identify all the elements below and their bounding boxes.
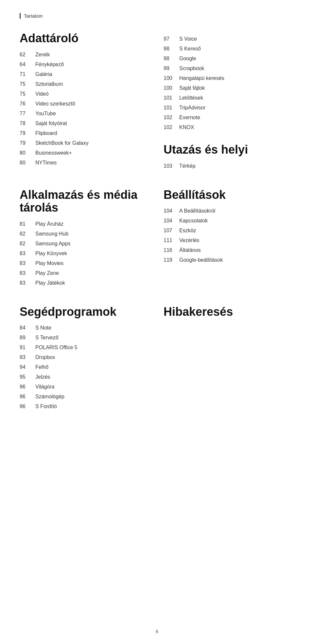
toc-label: Hangalapú keresés (179, 74, 224, 82)
hibakeresés-section: Hibakeresés (164, 305, 294, 413)
toc-label: Samsung Apps (35, 240, 71, 248)
list-item: 100 Hangalapú keresés (164, 74, 294, 82)
toc-label: Google-beállítások (179, 256, 223, 264)
beallitasok-list: 104 A Beállításokról 104 Kapcsolatok 107… (164, 207, 294, 264)
list-item: 102 Evernote (164, 114, 294, 122)
toc-number: 82 (20, 230, 35, 238)
list-item: 96 Számológép (20, 393, 150, 401)
toc-label: Jelzés (35, 373, 50, 381)
list-item: 83 Play Játékok (20, 279, 150, 287)
toc-label: Világóra (35, 383, 54, 391)
toc-label: S Fordító (35, 403, 57, 410)
list-item: 99 Scrapbook (164, 65, 294, 72)
list-item: 64 Fényképező (20, 61, 150, 68)
toc-number: 79 (20, 129, 35, 137)
list-item: 103 Térkép (164, 162, 294, 170)
toc-number: 64 (20, 61, 35, 68)
alkalmazas-heading: Alkalmazás és média tárolás (20, 188, 150, 214)
list-item: 78 Saját folyóirat (20, 120, 150, 127)
toc-label: Letöltések (179, 94, 203, 102)
list-item: 76 Video szerkesztő (20, 100, 150, 108)
toc-label: Térkép (179, 162, 196, 170)
toc-number: 94 (20, 363, 35, 371)
list-item: 107 Eszköz (164, 227, 294, 235)
toc-number: 79 (20, 139, 35, 147)
list-item: 100 Saját fájlok (164, 84, 294, 92)
toc-label: S Tervező (35, 334, 59, 342)
toc-number: 62 (20, 51, 35, 59)
toc-label: TripAdvisor (179, 104, 205, 112)
toc-label: Videó (35, 90, 49, 98)
toc-label: Saját folyóirat (35, 120, 67, 127)
toc-label: SketchBook for Galaxy (35, 139, 89, 147)
toc-label: Fényképező (35, 61, 64, 68)
toc-label: Sztorialbum (35, 80, 63, 88)
toc-label: Scrapbook (179, 65, 204, 72)
list-item: 75 Videó (20, 90, 150, 98)
alkalmazas-section: Alkalmazás és média tárolás 81 Play Áruh… (20, 188, 150, 289)
alkalmazas-list: 81 Play Áruház 82 Samsung Hub 82 Samsung… (20, 220, 150, 287)
toc-number: 91 (20, 344, 35, 351)
page-number: 6 (156, 629, 158, 634)
list-item: 119 Google-beállítások (164, 256, 294, 264)
utazas-list: 103 Térkép (164, 162, 294, 170)
toc-label: Video szerkesztő (35, 100, 75, 108)
toc-label: S Voice (179, 35, 197, 43)
list-item: 89 S Tervező (20, 334, 150, 342)
toc-label: Galéria (35, 70, 52, 78)
toc-label: Play Áruház (35, 220, 63, 228)
toc-number: 71 (20, 70, 35, 78)
toc-number: 99 (164, 65, 179, 72)
list-item: 98 S Kereső (164, 45, 294, 53)
toc-number: 101 (164, 104, 179, 112)
toc-number: 116 (164, 246, 179, 254)
toc-label: Samsung Hub (35, 230, 68, 238)
list-item: 116 Általános (164, 246, 294, 254)
toc-number: 96 (20, 403, 35, 410)
toc-number: 96 (20, 393, 35, 401)
adattarolo-list: 62 Zenék 64 Fényképező 71 Galéria 75 Szt… (20, 51, 150, 167)
toc-number: 76 (20, 100, 35, 108)
toc-number: 107 (164, 227, 179, 235)
toc-number: 84 (20, 324, 35, 332)
toc-number: 102 (164, 123, 179, 131)
toc-label: KNOX (179, 123, 194, 131)
toc-number: 119 (164, 256, 179, 264)
toc-label: Saját fájlok (179, 84, 205, 92)
list-item: 104 Kapcsolatok (164, 217, 294, 225)
hibakeresés-heading: Hibakeresés (164, 305, 294, 318)
toc-label: Általános (179, 246, 201, 254)
list-item: 71 Galéria (20, 70, 150, 78)
toc-number: 95 (20, 373, 35, 381)
toc-number: 82 (20, 240, 35, 248)
list-item: 98 Google (164, 55, 294, 63)
adattarolo-section: Adattároló 62 Zenék 64 Fényképező 71 Gal… (20, 32, 150, 172)
beallitasok-heading: Beállítások (164, 188, 294, 201)
toc-number: 89 (20, 334, 35, 342)
toc-label: Számológép (35, 393, 64, 401)
toc-label: Dropbox (35, 353, 55, 361)
toc-label: Flipboard (35, 129, 57, 137)
list-item: 104 A Beállításokról (164, 207, 294, 215)
toc-number: 104 (164, 217, 179, 225)
toc-number: 111 (164, 237, 179, 244)
list-item: 79 SketchBook for Galaxy (20, 139, 150, 147)
toc-number: 83 (20, 250, 35, 257)
list-item: 96 S Fordító (20, 403, 150, 410)
toc-label: Evernote (179, 114, 200, 122)
toc-number: 98 (164, 45, 179, 53)
toc-number: 80 (20, 149, 35, 157)
list-item: 101 TripAdvisor (164, 104, 294, 112)
toc-number: 101 (164, 94, 179, 102)
toc-label: Vezérlés (179, 237, 199, 244)
toc-number: 81 (20, 220, 35, 228)
list-item: 62 Zenék (20, 51, 150, 59)
toc-label: Zenék (35, 51, 50, 59)
page-container: Tartalom Adattároló 62 Zenék 64 Fényképe… (0, 0, 314, 644)
top-two-column: Adattároló 62 Zenék 64 Fényképező 71 Gal… (20, 32, 294, 172)
middle-two-column: Alkalmazás és média tárolás 81 Play Áruh… (20, 188, 294, 289)
list-item: 83 Play Könyvek (20, 250, 150, 257)
list-item: 94 Felhő (20, 363, 150, 371)
toc-number: 104 (164, 207, 179, 215)
toc-label: YouTube (35, 110, 56, 118)
